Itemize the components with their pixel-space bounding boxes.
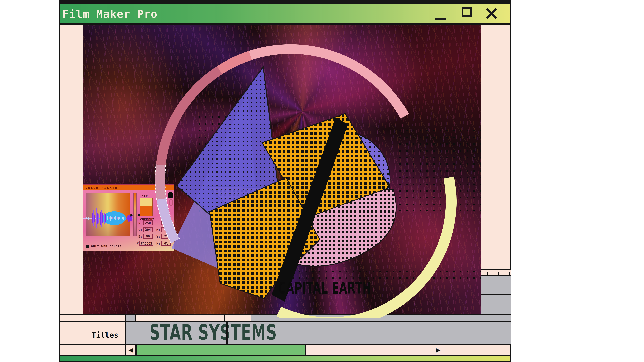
- m-input[interactable]: [161, 227, 171, 232]
- pink-halftone-fan: [207, 186, 396, 266]
- audio-waveform: [83, 208, 138, 228]
- check-icon: ✓: [86, 245, 88, 248]
- color-picker-dialog: COLOR PICKER: [82, 184, 174, 251]
- scrollbar-thumb[interactable]: [136, 345, 306, 355]
- minimize-icon: [435, 18, 446, 20]
- blue-triangle: [176, 67, 290, 285]
- only-web-colors-label: ONLY WEB COLORS: [91, 245, 122, 248]
- new-color-label: NEW: [142, 194, 148, 197]
- arc-yellow: [279, 178, 451, 319]
- track-header-divider: [125, 315, 126, 321]
- capital-earth-logo-art: CAPITAL EARTH: [83, 25, 481, 319]
- picker-corner-button[interactable]: [168, 192, 173, 198]
- titles-track-label: Titles: [85, 331, 125, 339]
- arc-light-pink: [250, 49, 405, 116]
- window-top-border: [60, 0, 510, 4]
- g-label: G:: [138, 228, 142, 232]
- timeline-row-audio[interactable]: [481, 295, 510, 314]
- slider-marker-left-icon[interactable]: ◀: [137, 213, 140, 217]
- clip-cell-cream[interactable]: [225, 315, 251, 321]
- k-label: K:: [156, 242, 160, 245]
- hex-label: #: [137, 242, 138, 245]
- picker-corner-button-outline: [169, 199, 173, 206]
- scroll-left-icon: ◀: [128, 347, 133, 353]
- scroll-right-icon: ▶: [436, 347, 440, 353]
- ruler-tick: [487, 272, 488, 275]
- timeline-ruler: [481, 269, 510, 276]
- black-slash: [272, 117, 348, 302]
- horizontal-scrollbar[interactable]: ◀ ▶: [125, 345, 444, 355]
- color-swatch: [140, 198, 153, 216]
- b-input[interactable]: 99: [143, 234, 153, 239]
- halftone-dots-bottom: [263, 265, 481, 280]
- hue-slider[interactable]: [133, 193, 137, 237]
- scroll-right-button[interactable]: ▶: [434, 345, 442, 355]
- color-picker-titlebar[interactable]: COLOR PICKER: [83, 185, 174, 190]
- c-input[interactable]: [161, 220, 171, 225]
- scroll-left-button[interactable]: ◀: [126, 345, 136, 355]
- timeline-clip-row[interactable]: [60, 314, 510, 322]
- k-input[interactable]: 0%: [161, 241, 171, 246]
- y-label: Y:: [156, 235, 160, 238]
- arc-dark-rose: [161, 70, 220, 165]
- scrollbar-track[interactable]: [306, 345, 444, 355]
- m-label: M:: [156, 228, 160, 232]
- r-label: R:: [138, 221, 142, 225]
- clip-cell-gray-wide[interactable]: [251, 315, 510, 321]
- screenshot-stage: Film Maker Pro COLOR PICKER: [0, 0, 644, 362]
- video-preview-canvas[interactable]: COLOR PICKER: [83, 25, 481, 314]
- timeline-scrollbar-row: ◀ ▶: [60, 345, 510, 356]
- b-label: B:: [138, 235, 142, 238]
- clip-divider: [224, 315, 225, 321]
- title-clip-divider: [226, 322, 228, 344]
- close-button[interactable]: [484, 4, 498, 23]
- arc-salmon: [220, 55, 250, 70]
- maximize-button[interactable]: [460, 4, 474, 23]
- window-bottom-border: [60, 361, 510, 362]
- current-color-swatch: [140, 206, 152, 216]
- halftone-dots-right: [394, 127, 481, 211]
- titlebar-divider: [60, 23, 510, 25]
- color-picker-title: COLOR PICKER: [85, 186, 118, 190]
- minimize-button[interactable]: [434, 4, 448, 23]
- hex-input[interactable]: FACC63: [139, 241, 154, 246]
- status-strip: [60, 356, 510, 361]
- c-label: C:: [156, 221, 160, 225]
- clip-cell-gray[interactable]: [126, 315, 134, 321]
- clip-divider: [134, 315, 136, 321]
- film-maker-pro-window: Film Maker Pro COLOR PICKER: [58, 0, 511, 362]
- ruler-tick: [509, 272, 510, 275]
- titles-track-row: Titles STAR SYSTEMS: [60, 322, 510, 345]
- y-input[interactable]: 72: [161, 234, 171, 239]
- titles-track[interactable]: STAR SYSTEMS: [125, 322, 510, 344]
- orange-halftone-upper: [262, 114, 390, 218]
- timeline-row-video[interactable]: [481, 276, 510, 295]
- orange-halftone-lower: [210, 178, 320, 299]
- halftone-dots-left: [199, 111, 254, 215]
- window-title: Film Maker Pro: [62, 8, 158, 20]
- window-titlebar[interactable]: Film Maker Pro: [60, 4, 510, 23]
- ruler-tick: [498, 272, 499, 275]
- light-blue-triangle: [172, 92, 264, 288]
- purple-sphere: [294, 132, 390, 228]
- slider-marker-right-icon[interactable]: ▶: [130, 213, 133, 217]
- maximize-icon: [462, 6, 472, 16]
- title-clip-text: STAR SYSTEMS: [150, 322, 277, 344]
- g-input[interactable]: 204: [143, 227, 153, 232]
- new-color-swatch: [140, 198, 152, 206]
- r-input[interactable]: 250: [143, 220, 153, 225]
- logo-text: CAPITAL EARTH: [278, 279, 372, 298]
- only-web-colors-checkbox[interactable]: ✓: [86, 245, 89, 248]
